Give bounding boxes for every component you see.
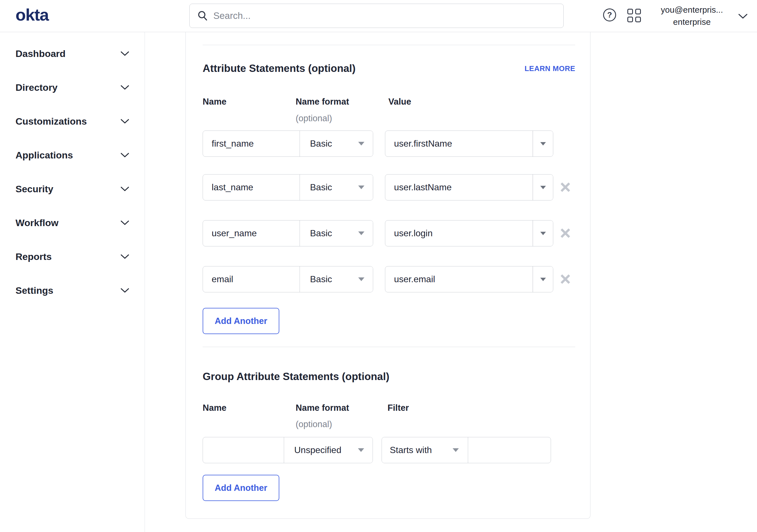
delete-x-icon bbox=[560, 228, 571, 238]
value-combobox bbox=[385, 131, 553, 157]
value-combobox bbox=[385, 266, 553, 292]
attribute-row: Basic bbox=[203, 131, 577, 157]
topbar: okta ? you@enterpris... enterprise bbox=[0, 0, 757, 32]
attribute-name-input[interactable] bbox=[203, 220, 300, 246]
attribute-statements-header: Attribute Statements (optional) LEARN MO… bbox=[203, 62, 575, 75]
group-name-and-format-group: Unspecified bbox=[203, 437, 373, 463]
group-attribute-row: Unspecified Starts with bbox=[203, 437, 577, 463]
group-filter-group: Starts with bbox=[381, 437, 551, 463]
learn-more-link[interactable]: LEARN MORE bbox=[525, 64, 575, 73]
chevron-down-icon bbox=[120, 220, 129, 226]
account-org: enterprise bbox=[647, 16, 737, 28]
search-input[interactable] bbox=[213, 11, 556, 21]
attribute-value-input[interactable] bbox=[385, 220, 533, 246]
account-menu[interactable]: you@enterpris... enterprise bbox=[647, 4, 737, 28]
dropdown-arrow-icon bbox=[453, 448, 459, 452]
dropdown-arrow-icon bbox=[358, 448, 364, 452]
filter-type-select[interactable]: Starts with bbox=[382, 437, 468, 463]
value-dropdown-button[interactable] bbox=[533, 174, 553, 200]
column-header-name-format: Name format bbox=[296, 403, 349, 413]
value-dropdown-button[interactable] bbox=[533, 266, 553, 292]
sidebar: Dashboard Directory Customizations Appli… bbox=[0, 32, 145, 532]
chevron-down-icon bbox=[120, 152, 129, 158]
group-attribute-statements-header: Group Attribute Statements (optional) bbox=[203, 370, 575, 384]
search-box bbox=[189, 4, 564, 28]
account-email: you@enterpris... bbox=[647, 4, 737, 16]
chevron-down-icon bbox=[120, 186, 129, 192]
chevron-down-icon bbox=[120, 51, 129, 56]
column-note-optional: (optional) bbox=[296, 113, 332, 123]
apps-grid-icon bbox=[627, 9, 633, 15]
chevron-down-icon bbox=[120, 254, 129, 259]
delete-x-icon bbox=[560, 274, 571, 284]
sidebar-item-security[interactable]: Security bbox=[0, 172, 145, 206]
name-format-select[interactable]: Basic bbox=[300, 266, 373, 292]
dropdown-arrow-icon bbox=[358, 142, 364, 145]
filter-value-input[interactable] bbox=[468, 437, 595, 463]
name-and-format-group: Basic bbox=[203, 220, 373, 246]
chevron-down-icon bbox=[120, 119, 129, 124]
value-combobox bbox=[385, 174, 553, 201]
dropdown-arrow-icon bbox=[540, 232, 546, 235]
dropdown-arrow-icon bbox=[540, 186, 546, 189]
name-and-format-group: Basic bbox=[203, 174, 373, 201]
section-divider bbox=[203, 45, 575, 45]
help-icon: ? bbox=[603, 9, 616, 21]
attribute-value-input[interactable] bbox=[385, 266, 533, 292]
delete-x-icon bbox=[560, 182, 571, 193]
name-format-select[interactable]: Basic bbox=[300, 220, 373, 246]
dropdown-arrow-icon bbox=[540, 142, 546, 145]
attribute-value-input[interactable] bbox=[385, 131, 533, 156]
sidebar-item-customizations[interactable]: Customizations bbox=[0, 104, 145, 138]
section-title: Group Attribute Statements (optional) bbox=[203, 371, 389, 383]
main-panel: Attribute Statements (optional) LEARN MO… bbox=[185, 32, 590, 519]
dropdown-arrow-icon bbox=[358, 232, 364, 235]
section-divider bbox=[203, 347, 575, 347]
account-chevron-down-icon[interactable] bbox=[738, 13, 748, 19]
attribute-row: Basic bbox=[203, 220, 577, 246]
search-icon bbox=[197, 10, 208, 21]
dropdown-arrow-icon bbox=[540, 278, 546, 281]
name-format-select[interactable]: Basic bbox=[300, 131, 373, 156]
add-another-attribute-button[interactable]: Add Another bbox=[203, 308, 279, 334]
name-and-format-group: Basic bbox=[203, 131, 373, 157]
attribute-name-input[interactable] bbox=[203, 174, 300, 200]
sidebar-item-workflow[interactable]: Workflow bbox=[0, 206, 145, 240]
remove-row-button[interactable] bbox=[560, 182, 571, 193]
name-and-format-group: Basic bbox=[203, 266, 373, 292]
attribute-name-input[interactable] bbox=[203, 131, 300, 156]
attribute-row: Basic bbox=[203, 266, 577, 292]
name-format-select[interactable]: Basic bbox=[300, 174, 373, 200]
remove-row-button[interactable] bbox=[560, 228, 571, 239]
sidebar-item-applications[interactable]: Applications bbox=[0, 138, 145, 172]
add-another-group-attribute-button[interactable]: Add Another bbox=[203, 475, 279, 501]
group-name-input[interactable] bbox=[203, 437, 284, 463]
section-title: Attribute Statements (optional) bbox=[203, 63, 356, 75]
column-header-filter: Filter bbox=[387, 403, 409, 413]
sidebar-item-dashboard[interactable]: Dashboard bbox=[0, 37, 145, 71]
remove-row-button[interactable] bbox=[560, 274, 571, 285]
attribute-name-input[interactable] bbox=[203, 266, 300, 292]
okta-logo[interactable]: okta bbox=[15, 5, 48, 24]
apps-grid-button[interactable] bbox=[627, 9, 642, 23]
column-header-name-format: Name format bbox=[296, 97, 349, 107]
dropdown-arrow-icon bbox=[358, 185, 364, 189]
sidebar-item-reports[interactable]: Reports bbox=[0, 240, 145, 273]
column-header-name: Name bbox=[203, 97, 226, 107]
attribute-value-input[interactable] bbox=[385, 174, 533, 200]
value-dropdown-button[interactable] bbox=[533, 131, 553, 156]
column-header-value: Value bbox=[388, 97, 411, 107]
chevron-down-icon bbox=[120, 288, 129, 293]
group-name-format-select[interactable]: Unspecified bbox=[284, 437, 373, 463]
column-header-name: Name bbox=[203, 403, 226, 413]
dropdown-arrow-icon bbox=[358, 277, 364, 281]
value-combobox bbox=[385, 220, 553, 246]
sidebar-item-directory[interactable]: Directory bbox=[0, 71, 145, 104]
help-button[interactable]: ? bbox=[603, 8, 617, 22]
chevron-down-icon bbox=[120, 85, 129, 90]
column-note-optional: (optional) bbox=[296, 419, 332, 429]
value-dropdown-button[interactable] bbox=[533, 220, 553, 246]
attribute-row: Basic bbox=[203, 174, 577, 201]
sidebar-item-settings[interactable]: Settings bbox=[0, 273, 145, 307]
